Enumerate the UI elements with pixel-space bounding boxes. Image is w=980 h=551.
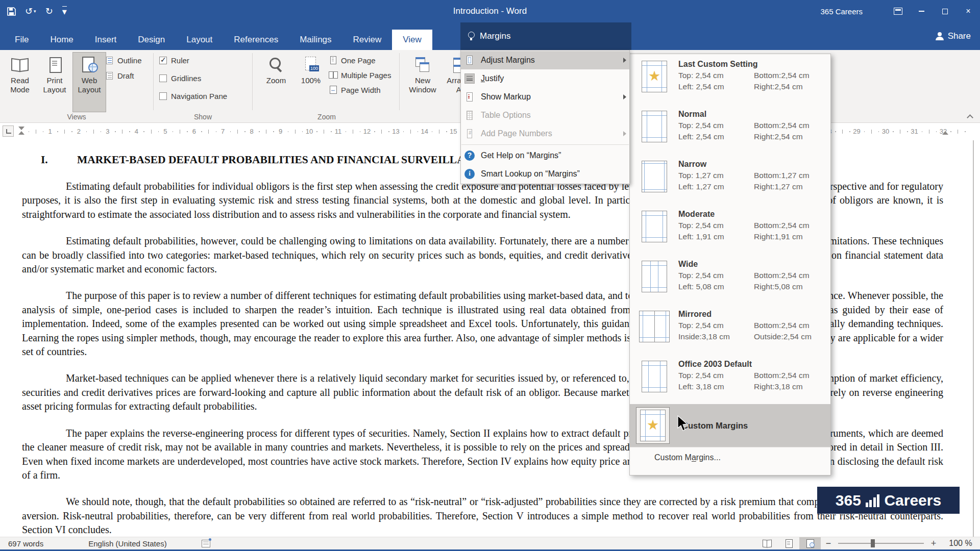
zoom-button[interactable]: 100% bbox=[294, 52, 328, 112]
close-button[interactable]: × bbox=[957, 0, 980, 22]
account-name[interactable]: 365 Careers bbox=[820, 7, 863, 16]
logo-text-careers: Careers bbox=[884, 492, 941, 509]
checkbox[interactable] bbox=[159, 74, 167, 82]
margin-preset-icon: ★ bbox=[642, 261, 667, 292]
margin-preset[interactable]: ★ Office 2003 Default Top: 2,54 cm Botto… bbox=[630, 354, 830, 404]
zoom-button-icon bbox=[267, 56, 285, 72]
menu-item[interactable]: Show Markup bbox=[461, 88, 629, 106]
maximize-button[interactable] bbox=[933, 0, 957, 22]
margin-value: Bottom:2,54 cm bbox=[754, 71, 810, 80]
ribbon-tab[interactable]: Home bbox=[39, 30, 84, 50]
view-mode-icon bbox=[80, 56, 99, 72]
margin-preset-icon: ★ bbox=[639, 311, 670, 342]
margin-value: Bottom:2,54 cm bbox=[754, 121, 810, 130]
status-web-layout-button[interactable] bbox=[799, 537, 821, 549]
macro-record-icon[interactable] bbox=[202, 540, 210, 547]
margin-preset[interactable]: ★ Normal Top: 2,54 cm Bottom:2,54 cm Lef… bbox=[630, 104, 830, 154]
hanging-indent-marker[interactable] bbox=[18, 131, 24, 135]
paragraph: We should note, though, that the default… bbox=[22, 495, 943, 537]
margin-preset[interactable]: ★ Moderate Top: 2,54 cm Bottom:2,54 cm L… bbox=[630, 204, 830, 254]
margin-preset[interactable]: ★ Narrow Top: 1,27 cm Bottom:1,27 cm Lef… bbox=[630, 154, 830, 204]
mouse-cursor bbox=[677, 415, 688, 432]
margin-preset-icon: ★ bbox=[642, 161, 667, 192]
customize-qat-icon[interactable]: ▾ bbox=[62, 6, 67, 16]
minimize-button[interactable] bbox=[910, 0, 933, 22]
redo-button[interactable]: ↻ bbox=[45, 7, 53, 16]
share-person-icon bbox=[936, 32, 944, 40]
window-button[interactable]: New Window bbox=[404, 52, 441, 112]
zoom-option-button[interactable]: Multiple Pages bbox=[329, 71, 391, 80]
right-indent-marker[interactable] bbox=[942, 131, 948, 135]
ribbon-tab[interactable]: Review bbox=[342, 30, 393, 50]
365-careers-logo: 365 Careers bbox=[817, 487, 960, 514]
star-icon: ★ bbox=[648, 68, 660, 84]
collapse-ribbon-icon[interactable] bbox=[967, 115, 973, 118]
show-checkbox-row[interactable]: Gridlines bbox=[159, 74, 227, 83]
custom-margins-item[interactable]: ★ Custom Margins bbox=[630, 404, 830, 447]
save-icon[interactable] bbox=[7, 7, 16, 16]
menu-item[interactable]: Table Options bbox=[461, 106, 629, 124]
view-toggle-button[interactable]: Outline bbox=[105, 56, 142, 65]
status-print-layout-button[interactable] bbox=[778, 537, 799, 549]
zoom-out-button[interactable]: − bbox=[821, 538, 836, 549]
menu-item-icon bbox=[464, 169, 475, 179]
custom-margins-icon-box: ★ bbox=[636, 407, 670, 444]
checkbox[interactable] bbox=[159, 57, 167, 64]
web-layout-icon bbox=[805, 539, 815, 547]
ribbon-tabs-row: File Home Insert Design Layout Reference… bbox=[0, 22, 980, 50]
zoom-in-button[interactable]: + bbox=[926, 538, 941, 549]
margin-value: Bottom:2,54 cm bbox=[754, 221, 810, 230]
ribbon-display-options-icon[interactable] bbox=[886, 0, 910, 22]
language-status[interactable]: English (United States) bbox=[88, 539, 166, 548]
tell-me-search-box[interactable]: Margins bbox=[460, 22, 631, 50]
quick-access-toolbar: ↺▾ ↻ ▾ bbox=[7, 0, 67, 22]
menu-item[interactable]: Add Page Numbers bbox=[461, 124, 629, 143]
show-group: Ruler Gridlines Navigation Pane Show bbox=[154, 50, 252, 122]
show-checkbox-row[interactable]: Ruler bbox=[159, 56, 227, 65]
view-toggle-button[interactable]: Draft bbox=[105, 71, 142, 80]
margin-value: Top: 2,54 cm bbox=[678, 321, 754, 330]
view-mode-button[interactable]: Read Mode bbox=[3, 52, 37, 112]
custom-margins-command[interactable]: Custom Margins... bbox=[630, 447, 830, 467]
bar-chart-icon bbox=[866, 494, 880, 507]
share-button[interactable]: Share bbox=[936, 22, 971, 50]
menu-item-icon bbox=[464, 92, 475, 102]
zoom-slider[interactable] bbox=[838, 543, 924, 544]
document-page[interactable]: I. MARKET-BASED DEFAULT PROBABILITIES AN… bbox=[0, 140, 980, 537]
margin-value: Right:1,91 cm bbox=[754, 232, 810, 241]
margin-value: Bottom:1,27 cm bbox=[754, 171, 810, 180]
zoom-option-button[interactable]: Page Width bbox=[329, 86, 391, 94]
group-label-show: Show bbox=[154, 113, 252, 121]
status-bar: 697 words English (United States) − + 10… bbox=[0, 537, 980, 549]
ribbon-tab[interactable]: Insert bbox=[84, 30, 128, 50]
margin-preset[interactable]: ★ Last Custom Setting Top: 2,54 cm Botto… bbox=[630, 54, 830, 104]
menu-item[interactable]: Smart Lookup on “Margins” bbox=[461, 165, 629, 183]
margin-value: Left: 1,91 cm bbox=[678, 232, 754, 241]
zoom-slider-thumb[interactable] bbox=[871, 539, 875, 547]
ribbon-tab[interactable]: File bbox=[4, 30, 39, 50]
menu-item[interactable]: Justify bbox=[461, 69, 629, 88]
menu-item[interactable]: Adjust Margins bbox=[461, 51, 629, 69]
status-read-mode-button[interactable] bbox=[756, 537, 778, 549]
menu-item[interactable]: Get Help on “Margins” bbox=[461, 146, 629, 165]
zoom-percentage[interactable]: 100 % bbox=[941, 539, 980, 548]
view-mode-icon bbox=[11, 56, 29, 72]
margin-preset[interactable]: ★ Mirrored Top: 2,54 cm Bottom:2,54 cm I… bbox=[630, 304, 830, 354]
show-checkbox-row[interactable]: Navigation Pane bbox=[159, 92, 227, 101]
zoom-option-button[interactable]: One Page bbox=[329, 56, 391, 65]
margin-value: Top: 2,54 cm bbox=[678, 121, 754, 130]
ribbon-tab[interactable]: View bbox=[392, 30, 432, 50]
view-mode-button[interactable]: Web Layout bbox=[72, 52, 106, 112]
margin-value: Inside:3,18 cm bbox=[678, 332, 754, 341]
ribbon-tab[interactable]: Mailings bbox=[289, 30, 342, 50]
ribbon-tab[interactable]: References bbox=[223, 30, 289, 50]
zoom-button[interactable]: Zoom bbox=[259, 52, 293, 112]
word-count[interactable]: 697 words bbox=[8, 539, 43, 548]
ribbon-tab[interactable]: Design bbox=[127, 30, 176, 50]
checkbox[interactable] bbox=[159, 92, 167, 100]
undo-button[interactable]: ↺▾ bbox=[25, 7, 36, 16]
first-line-indent-marker[interactable] bbox=[18, 127, 24, 130]
margin-preset[interactable]: ★ Wide Top: 2,54 cm Bottom:2,54 cm Left:… bbox=[630, 254, 830, 304]
ribbon-tab[interactable]: Layout bbox=[176, 30, 223, 50]
view-mode-button[interactable]: Print Layout bbox=[38, 52, 71, 112]
